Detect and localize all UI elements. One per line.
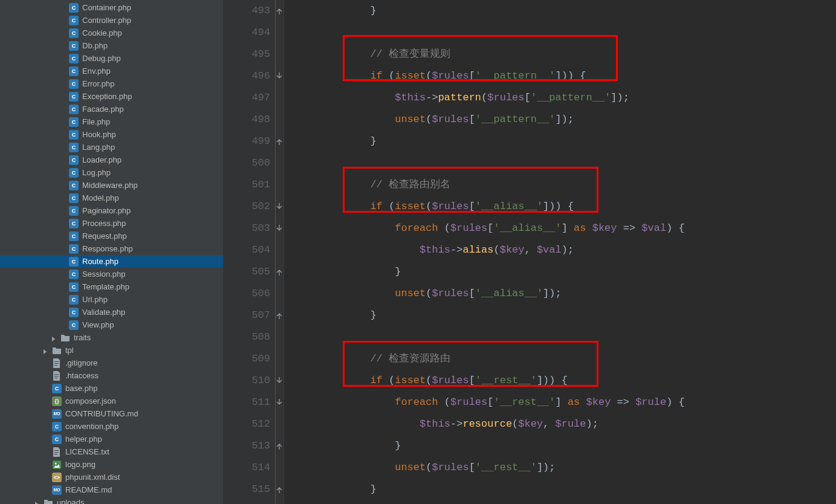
tree-item[interactable]: Cconvention.php	[0, 420, 223, 433]
fold-marker-icon[interactable]	[275, 376, 284, 385]
code-line[interactable]	[296, 326, 836, 348]
tree-item[interactable]: MDCONTRIBUTING.md	[0, 407, 223, 420]
code-line[interactable]: // 检查资源路由	[296, 348, 836, 370]
tree-item[interactable]: CRoute.php	[0, 255, 223, 268]
tree-item[interactable]: <>phpunit.xml.dist	[0, 471, 223, 483]
tree-item[interactable]: tpl	[0, 344, 223, 357]
code-line[interactable]: if (isset($rules['__alias__'])) {	[296, 196, 836, 218]
fold-marker-icon[interactable]	[275, 72, 284, 80]
tree-item[interactable]: CProcess.php	[0, 217, 223, 230]
fold-marker-icon[interactable]	[275, 311, 284, 320]
tree-item[interactable]: uploads	[0, 496, 223, 504]
fold-marker-icon[interactable]	[275, 268, 284, 276]
php-file-icon: C	[69, 155, 79, 165]
line-number: 512	[224, 413, 270, 435]
tree-item[interactable]: CFile.php	[0, 115, 223, 128]
code-line[interactable]: $this->resource($key, $rule);	[296, 413, 836, 435]
tree-item[interactable]: traits	[0, 331, 223, 344]
text-file-icon	[52, 371, 62, 381]
tree-item[interactable]: {}composer.json	[0, 395, 223, 407]
code-line[interactable]: }	[296, 435, 836, 457]
php-file-icon: C	[69, 143, 79, 152]
fold-marker-icon[interactable]	[275, 398, 284, 407]
php-file-icon: C	[52, 422, 62, 431]
tree-item[interactable]: CSession.php	[0, 268, 223, 280]
code-line[interactable]: }	[296, 261, 836, 283]
tree-item[interactable]: CUrl.php	[0, 293, 223, 306]
tree-item[interactable]: .htaccess	[0, 369, 223, 382]
tree-item[interactable]: CEnv.php	[0, 65, 223, 77]
code-line[interactable]: $this->alias($key, $val);	[296, 239, 836, 261]
code-area[interactable]: } // 检查变量规则 if (isset($rules['__pattern_…	[284, 0, 836, 504]
file-name-label: File.php	[82, 117, 110, 126]
code-line[interactable]: }	[296, 131, 836, 152]
php-file-icon: C	[69, 16, 79, 25]
line-number: 516	[224, 500, 270, 504]
tree-item[interactable]: CCookie.php	[0, 27, 223, 39]
file-name-label: Log.php	[82, 168, 111, 177]
folder-icon	[52, 346, 62, 355]
code-line[interactable]: if (isset($rules['__pattern__'])) {	[296, 65, 836, 87]
code-line[interactable]: $this->pattern($rules['__pattern__']);	[296, 87, 836, 109]
tree-item[interactable]: CLog.php	[0, 166, 223, 179]
code-line[interactable]: unset($rules['__alias__']);	[296, 283, 836, 305]
tree-item[interactable]: .gitignore	[0, 357, 223, 369]
file-name-label: README.md	[65, 485, 112, 494]
tree-item[interactable]: MDREADME.md	[0, 483, 223, 496]
php-file-icon: C	[69, 282, 79, 292]
fold-marker-icon[interactable]	[275, 485, 284, 494]
code-line[interactable]: }	[296, 479, 836, 500]
line-number: 494	[224, 22, 270, 44]
tree-item[interactable]: CContainer.php	[0, 1, 223, 14]
code-line[interactable]	[296, 500, 836, 504]
tree-item[interactable]: logo.png	[0, 458, 223, 471]
expand-arrow-icon[interactable]	[42, 347, 48, 354]
tree-item[interactable]: CLang.php	[0, 141, 223, 153]
folder-icon	[44, 498, 53, 505]
code-line[interactable]: unset($rules['__rest__']);	[296, 457, 836, 479]
fold-marker-icon[interactable]	[275, 137, 284, 146]
file-explorer[interactable]: CContainer.phpCController.phpCCookie.php…	[0, 0, 224, 504]
line-number: 504	[224, 239, 270, 261]
fold-marker-icon[interactable]	[275, 7, 284, 15]
code-line[interactable]	[296, 22, 836, 44]
file-name-label: uploads	[57, 498, 85, 504]
tree-item[interactable]: CDb.php	[0, 39, 223, 52]
fold-marker-icon[interactable]	[275, 442, 284, 450]
file-name-label: Response.php	[82, 244, 133, 253]
tree-item[interactable]: CValidate.php	[0, 306, 223, 318]
tree-item[interactable]: CView.php	[0, 318, 223, 331]
fold-marker-icon[interactable]	[275, 202, 284, 211]
tree-item[interactable]: CError.php	[0, 77, 223, 90]
tree-item[interactable]: CException.php	[0, 90, 223, 103]
code-line[interactable]: // 检查路由别名	[296, 174, 836, 196]
expand-arrow-icon[interactable]	[51, 335, 57, 341]
tree-item[interactable]: CDebug.php	[0, 52, 223, 65]
text-file-icon	[52, 447, 62, 457]
tree-item[interactable]: CHook.php	[0, 128, 223, 141]
tree-item[interactable]: Chelper.php	[0, 433, 223, 445]
tree-item[interactable]: LICENSE.txt	[0, 445, 223, 458]
tree-item[interactable]: CPaginator.php	[0, 204, 223, 217]
tree-item[interactable]: CLoader.php	[0, 153, 223, 166]
tree-item[interactable]: CModel.php	[0, 192, 223, 204]
tree-item[interactable]: CFacade.php	[0, 103, 223, 115]
expand-arrow-icon[interactable]	[34, 500, 40, 505]
tree-item[interactable]: CResponse.php	[0, 242, 223, 255]
code-line[interactable]: foreach ($rules['__alias__'] as $key => …	[296, 218, 836, 239]
code-line[interactable]: if (isset($rules['__rest__'])) {	[296, 370, 836, 392]
code-editor[interactable]: 4934944954964974984995005015025035045055…	[224, 0, 836, 504]
code-line[interactable]: unset($rules['__pattern__']);	[296, 109, 836, 131]
svg-rect-5	[54, 378, 57, 378]
tree-item[interactable]: CRequest.php	[0, 230, 223, 242]
tree-item[interactable]: CController.php	[0, 14, 223, 27]
fold-marker-icon[interactable]	[275, 224, 284, 233]
tree-item[interactable]: Cbase.php	[0, 382, 223, 395]
code-line[interactable]	[296, 152, 836, 174]
code-line[interactable]: foreach ($rules['__rest__'] as $key => $…	[296, 392, 836, 413]
tree-item[interactable]: CMiddleware.php	[0, 179, 223, 192]
code-line[interactable]: // 检查变量规则	[296, 44, 836, 65]
code-line[interactable]: }	[296, 0, 836, 22]
code-line[interactable]: }	[296, 305, 836, 326]
tree-item[interactable]: CTemplate.php	[0, 280, 223, 293]
